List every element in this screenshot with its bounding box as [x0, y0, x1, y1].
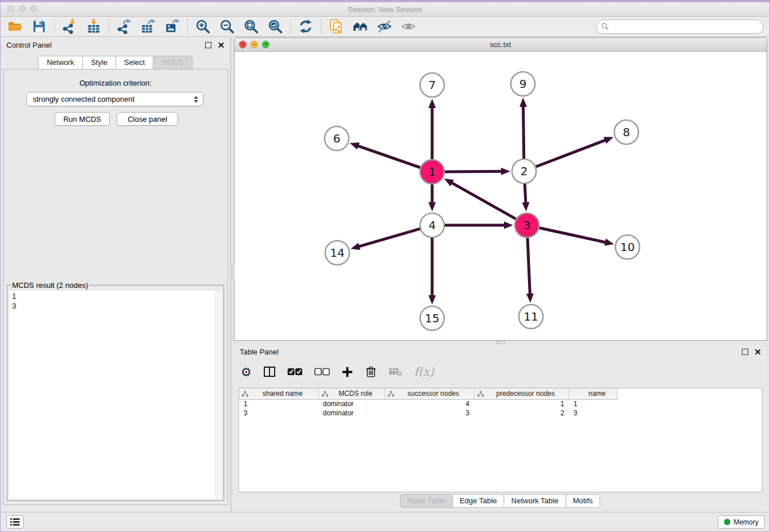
clone-network-icon [329, 19, 344, 34]
table-cell[interactable]: dominator [318, 399, 384, 408]
table-settings-button[interactable]: ⚙ [241, 366, 252, 378]
add-column-button[interactable] [341, 366, 353, 378]
delete-table-button-disabled [388, 367, 403, 377]
optimization-criterion-select[interactable]: strongly connected component [26, 92, 203, 106]
tab-mcds[interactable]: MCDS [153, 56, 192, 70]
column-header-successor-nodes[interactable]: successor nodes [384, 388, 474, 399]
show-all-button[interactable] [399, 18, 418, 35]
edge-3-1[interactable] [451, 183, 517, 220]
table-cell[interactable]: dominator [318, 408, 384, 418]
app-close-button[interactable] [7, 5, 14, 12]
table-cell[interactable]: 3 [384, 408, 474, 418]
edge-2-9[interactable] [523, 106, 524, 160]
edge-2-3[interactable] [525, 182, 526, 203]
export-image-button[interactable] [163, 18, 182, 35]
delete-column-button[interactable] [365, 365, 377, 378]
zoom-fit-button[interactable] [241, 18, 261, 35]
table-cell[interactable]: 1 [474, 399, 569, 408]
table-row[interactable]: 1dominator411 [239, 399, 617, 408]
zoom-selected-button[interactable] [265, 18, 285, 35]
column-tree-icon [388, 391, 394, 399]
node-label-6: 6 [333, 132, 341, 145]
table-cell[interactable]: 1 [239, 399, 318, 408]
edge-1-6[interactable] [357, 146, 422, 168]
column-header-name[interactable]: name [569, 388, 617, 399]
deselect-all-icon [314, 367, 330, 376]
deselect-all-button[interactable] [314, 367, 330, 376]
zoom-in-button[interactable] [193, 18, 213, 35]
table-cell[interactable]: 3 [239, 408, 318, 418]
trash-icon [365, 365, 377, 378]
network-close-button[interactable]: × [239, 41, 247, 48]
close-table-panel-icon[interactable]: ✕ [754, 349, 761, 355]
control-panel-title: Control Panel [6, 41, 52, 49]
column-header-predecessor-nodes[interactable]: predecessor nodes [474, 388, 569, 399]
app-zoom-button[interactable] [30, 5, 37, 12]
open-session-button[interactable] [5, 18, 25, 35]
table-header-row: shared name MCDS role successor nodes pr… [239, 388, 617, 399]
mcds-result-text[interactable]: 1 3 [9, 291, 222, 311]
save-session-button[interactable] [29, 18, 49, 35]
edge-1-2[interactable] [443, 171, 502, 172]
table-panel-tabs: Node Table Edge Table Network Table Moti… [401, 494, 600, 508]
table-cell[interactable]: 4 [384, 399, 474, 408]
zoom-in-icon [195, 19, 210, 34]
app-titlebar: Session: New Session [1, 1, 769, 17]
close-panel-button[interactable]: Close panel [117, 112, 178, 126]
mcds-panel: Optimization criterion: strongly connect… [3, 69, 228, 505]
toolbar-separator [109, 19, 109, 34]
edge-3-11[interactable] [528, 236, 530, 295]
column-header-mcds-role[interactable]: MCDS role [318, 388, 384, 399]
table-cell[interactable]: 1 [569, 399, 617, 408]
memory-button[interactable]: Memory [718, 515, 765, 529]
show-columns-button[interactable] [263, 365, 276, 378]
tab-select[interactable]: Select [116, 56, 153, 70]
float-table-panel-icon[interactable] [742, 349, 748, 355]
hide-selected-button[interactable] [375, 18, 394, 35]
table-cell[interactable]: 2 [474, 408, 569, 418]
first-neighbors-button[interactable] [351, 18, 370, 35]
edge-3-10[interactable] [538, 228, 606, 242]
edge-arrowhead [519, 98, 527, 107]
float-panel-icon[interactable] [205, 42, 211, 48]
app-title: Session: New Session [1, 1, 769, 18]
network-canvas-area[interactable]: 1234678910111415 [234, 52, 767, 340]
edge-2-8[interactable] [534, 140, 606, 168]
close-panel-icon[interactable]: ✕ [217, 42, 225, 48]
run-mcds-button[interactable]: Run MCDS [55, 112, 110, 126]
vertical-splitter-handle[interactable] [230, 265, 234, 279]
task-history-button[interactable] [6, 515, 24, 529]
mcds-result-fieldset: MCDS result (2 nodes) 1 3 [7, 281, 224, 501]
export-table-button[interactable] [138, 18, 158, 35]
network-view-window: × − + scc.txt 1234678910111415 [234, 37, 767, 341]
select-all-button[interactable] [287, 367, 303, 376]
edge-4-14[interactable] [358, 228, 421, 246]
app-minimize-button[interactable] [19, 5, 26, 12]
search-input[interactable] [612, 22, 759, 31]
tab-network[interactable]: Network [38, 56, 83, 70]
search-field[interactable] [596, 20, 764, 34]
tab-style[interactable]: Style [82, 56, 116, 70]
column-header-shared-name[interactable]: shared name [239, 388, 318, 399]
import-network-button[interactable] [60, 18, 79, 35]
tab-motifs[interactable]: Motifs [565, 494, 600, 508]
tab-network-table[interactable]: Network Table [504, 494, 566, 508]
export-network-button[interactable] [114, 18, 134, 35]
import-table-button[interactable] [84, 18, 103, 35]
app-window-controls [7, 5, 37, 12]
eye-icon [401, 19, 416, 34]
zoom-fit-icon [244, 19, 259, 34]
table-row[interactable]: 3dominator323 [239, 408, 617, 418]
network-window-titlebar[interactable]: × − + scc.txt [234, 38, 767, 52]
clone-network-button[interactable] [326, 18, 346, 35]
tab-edge-table[interactable]: Edge Table [452, 494, 505, 508]
zoom-out-button[interactable] [217, 18, 237, 35]
mcds-result-area[interactable]: 1 3 [9, 291, 222, 499]
network-minimize-button[interactable]: − [251, 41, 258, 48]
refresh-view-button[interactable] [296, 18, 315, 35]
network-zoom-button[interactable]: + [262, 41, 270, 48]
result-scrollbar[interactable] [215, 291, 222, 499]
table-cell[interactable]: 3 [569, 408, 617, 418]
tab-node-table[interactable]: Node Table [400, 494, 453, 508]
network-canvas[interactable]: 1234678910111415 [234, 52, 767, 340]
